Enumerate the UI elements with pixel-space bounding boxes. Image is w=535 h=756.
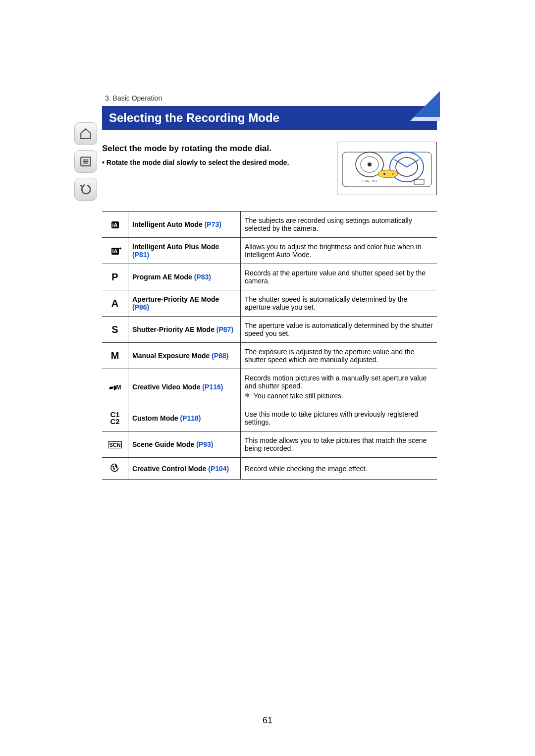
mode-icon: iA+ [102,238,128,264]
mode-name: Aperture-Priority AE Mode [132,295,219,303]
page-number: 61 [263,715,272,726]
mode-name-cell: Aperture-Priority AE Mode (P86) [128,290,241,317]
mode-icon: SCN [102,432,128,458]
mode-page-ref[interactable]: (P93) [196,440,213,448]
mode-description: The aperture value is automatically dete… [241,317,437,343]
mode-name: Intelligent Auto Mode [132,220,203,228]
mode-page-ref[interactable]: (P118) [180,414,201,422]
mode-description: Allows you to adjust the brightness and … [241,238,437,264]
mode-description: Use this mode to take pictures with prev… [241,405,437,432]
mode-page-ref[interactable]: (P83) [194,273,211,281]
table-row: AAperture-Priority AE Mode (P86)The shut… [102,290,437,317]
svg-point-10 [378,170,398,178]
mode-icon: S [102,317,128,343]
svg-point-11 [383,173,385,175]
svg-point-16 [115,466,116,467]
mode-description: Record while checking the image effect. [241,458,437,480]
mode-page-ref[interactable]: (P73) [205,220,221,228]
mode-name-cell: Creative Video Mode (P116) [128,369,241,405]
mode-page-ref[interactable]: (P87) [216,325,233,333]
mode-name-cell: Creative Control Mode (P104) [128,458,241,480]
modes-table: iAIntelligent Auto Mode (P73)The subject… [102,211,437,480]
diagram-on-label: ON [365,179,369,182]
mode-description: Records at the aperture value and shutte… [241,264,437,290]
mode-icon: C1C2 [102,405,128,432]
mode-name-cell: Shutter-Priority AE Mode (P87) [128,317,241,343]
svg-rect-4 [342,152,431,187]
corner-decoration [414,91,440,117]
back-icon[interactable] [74,178,97,201]
mode-name-cell: Custom Mode (P118) [128,405,241,432]
mode-description: Records motion pictures with a manually … [241,369,437,405]
svg-point-15 [114,469,115,470]
breadcrumb: 3. Basic Operation [102,94,437,102]
note-bullet-icon: ✻ [245,392,250,400]
mode-icon [102,458,128,480]
mode-icon: ▰◗M [102,369,128,405]
page-title: Selecting the Recording Mode [102,106,437,130]
table-row: SShutter-Priority AE Mode (P87)The apert… [102,317,437,343]
svg-point-14 [113,467,114,468]
mode-page-ref[interactable]: (P104) [208,465,229,473]
mode-description: The subjects are recorded using settings… [241,212,437,238]
mode-description: This mode allows you to take pictures th… [241,432,437,458]
mode-icon: P [102,264,128,290]
mode-description: The exposure is adjusted by the aperture… [241,343,437,369]
mode-page-ref[interactable]: (P116) [202,383,223,391]
svg-point-7 [368,162,372,166]
mode-description: The shutter speed is automatically deter… [241,290,437,317]
table-row: iA+Intelligent Auto Plus Mode (P81)Allow… [102,238,437,264]
table-row: ▰◗MCreative Video Mode (P116)Records mot… [102,369,437,405]
mode-name: Shutter-Priority AE Mode [132,325,214,333]
mode-name: Scene Guide Mode [132,440,194,448]
mode-icon: iA [102,212,128,238]
table-row: iAIntelligent Auto Mode (P73)The subject… [102,212,437,238]
table-row: SCNScene Guide Mode (P93)This mode allow… [102,432,437,458]
table-row: PProgram AE Mode (P83)Records at the ape… [102,264,437,290]
mode-name-cell: Intelligent Auto Mode (P73) [128,212,241,238]
toc-icon[interactable] [74,150,97,173]
mode-page-ref[interactable]: (P81) [132,251,149,259]
table-row: C1C2Custom Mode (P118)Use this mode to t… [102,405,437,432]
mode-icon: A [102,290,128,317]
mode-page-ref[interactable]: (P86) [132,303,149,311]
mode-page-ref[interactable]: (P88) [212,352,228,360]
diagram-off-label: OFF [372,179,378,182]
mode-name-cell: Scene Guide Mode (P93) [128,432,241,458]
mode-name-cell: Manual Exposure Mode (P88) [128,343,241,369]
diagram-p-label: P [392,172,394,176]
mode-name-cell: Intelligent Auto Plus Mode (P81) [128,238,241,264]
sidebar [74,122,97,201]
mode-name: Custom Mode [132,414,178,422]
mode-name: Intelligent Auto Plus Mode [132,243,219,251]
svg-text:○: ○ [361,179,363,182]
table-row: MManual Exposure Mode (P88)The exposure … [102,343,437,369]
mode-name: Program AE Mode [132,273,192,281]
mode-name: Creative Video Mode [132,383,200,391]
mode-name-cell: Program AE Mode (P83) [128,264,241,290]
home-icon[interactable] [74,122,97,145]
mode-dial-diagram: P ○ ON OFF [337,142,437,195]
page-content: 3. Basic Operation Selecting the Recordi… [102,94,437,480]
table-row: Creative Control Mode (P104)Record while… [102,458,437,480]
mode-name: Manual Exposure Mode [132,352,210,360]
mode-name: Creative Control Mode [132,465,206,473]
mode-icon: M [102,343,128,369]
header: 3. Basic Operation Selecting the Recordi… [102,94,437,134]
